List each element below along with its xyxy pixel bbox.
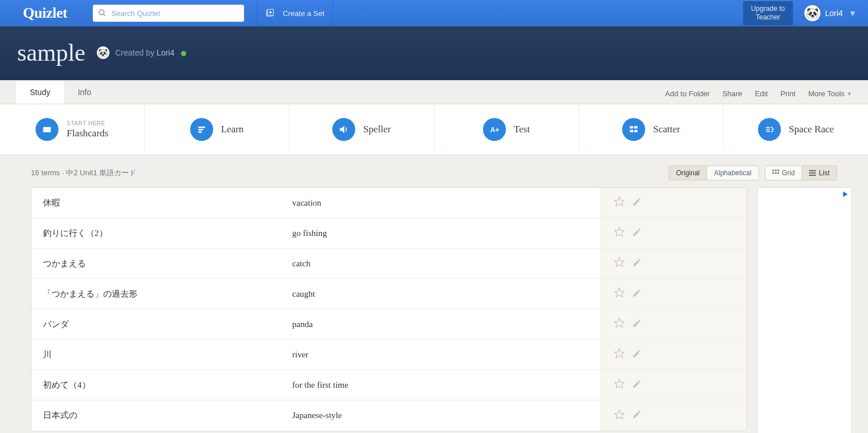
list-icon: [809, 170, 816, 176]
print-button[interactable]: Print: [780, 89, 796, 98]
star-icon[interactable]: [614, 226, 625, 240]
create-set-button[interactable]: Create a Set: [257, 0, 333, 26]
svg-point-0: [99, 10, 104, 15]
svg-marker-30: [615, 379, 625, 388]
edit-icon[interactable]: [632, 258, 642, 270]
svg-line-1: [104, 14, 105, 15]
upgrade-line1: Upgrade to: [751, 5, 785, 13]
chevron-down-icon: ▼: [849, 9, 857, 18]
term-row: つかまえる catch: [32, 249, 747, 279]
terms-meta: 16 terms · 中2 Unit1 単語カード: [31, 168, 136, 178]
tab-info[interactable]: Info: [64, 81, 105, 104]
sort-toggle: Original Alphabetical: [669, 166, 759, 180]
svg-rect-14: [634, 130, 638, 132]
mode-flashcards[interactable]: START HERE Flashcards: [0, 104, 145, 155]
term-text: 休暇: [32, 190, 281, 216]
star-icon[interactable]: [614, 378, 625, 392]
set-title: sample: [17, 39, 85, 66]
logo[interactable]: Quizlet: [23, 5, 67, 22]
svg-rect-11: [630, 126, 633, 128]
add-to-folder-button[interactable]: Add to Folder: [665, 89, 710, 98]
star-icon[interactable]: [614, 409, 625, 423]
edit-icon[interactable]: [632, 410, 642, 422]
view-list[interactable]: List: [802, 166, 836, 180]
svg-rect-8: [198, 129, 203, 131]
search-input[interactable]: [93, 5, 244, 22]
upgrade-line2: Teacher: [751, 13, 785, 22]
svg-marker-25: [615, 227, 625, 237]
ad-choices-icon[interactable]: [841, 190, 849, 200]
definition-text: catch: [281, 251, 600, 277]
online-indicator: [181, 51, 186, 56]
created-by: Created by Lori4: [115, 48, 186, 57]
svg-rect-6: [44, 127, 51, 132]
mode-space-race[interactable]: Space Race: [724, 104, 868, 155]
svg-marker-27: [615, 288, 625, 297]
svg-rect-21: [809, 170, 816, 171]
speller-icon: [332, 118, 355, 141]
user-menu[interactable]: 🐼 Lori4 ▼: [804, 5, 857, 21]
star-icon[interactable]: [614, 348, 625, 361]
mode-label: Learn: [221, 124, 244, 135]
svg-rect-20: [777, 172, 779, 174]
scatter-icon: [622, 118, 645, 141]
mode-label: Flashcards: [66, 128, 108, 139]
space-race-icon: [758, 118, 781, 141]
share-button[interactable]: Share: [722, 89, 743, 98]
create-set-label: Create a Set: [282, 9, 324, 18]
search-icon: [98, 9, 107, 19]
term-text: パンダ: [32, 311, 281, 338]
mode-label: Space Race: [789, 124, 834, 135]
term-text: 川: [32, 341, 281, 368]
mode-label: Test: [514, 124, 530, 135]
view-grid[interactable]: Grid: [765, 166, 803, 180]
mode-test[interactable]: A+ Test: [434, 104, 579, 155]
sort-alphabetical[interactable]: Alphabetical: [707, 166, 758, 180]
term-row: 「つかまえる」の過去形 caught: [32, 279, 747, 309]
edit-button[interactable]: Edit: [755, 89, 768, 98]
creator-avatar[interactable]: 🐼: [97, 46, 109, 59]
creator-link[interactable]: Lori4: [156, 48, 174, 57]
term-row: 初めて（4） for the first time: [32, 370, 747, 400]
mode-learn[interactable]: Learn: [145, 104, 290, 155]
term-row: 釣りに行く（2） go fishing: [32, 218, 747, 249]
star-icon[interactable]: [614, 287, 625, 301]
more-tools-button[interactable]: More Tools▼: [808, 89, 852, 98]
view-toggle: Grid List: [765, 166, 837, 180]
svg-rect-18: [772, 172, 774, 174]
mode-scatter[interactable]: Scatter: [579, 104, 724, 155]
svg-marker-28: [615, 318, 625, 328]
svg-rect-16: [775, 170, 776, 171]
mode-speller[interactable]: Speller: [289, 104, 434, 155]
edit-icon[interactable]: [632, 318, 642, 330]
svg-rect-15: [772, 170, 774, 171]
flashcards-icon: [36, 118, 58, 141]
edit-icon[interactable]: [632, 288, 642, 300]
chevron-down-icon: ▼: [847, 91, 852, 97]
start-here-label: START HERE: [66, 120, 108, 127]
term-text: 初めて（4）: [32, 372, 281, 399]
mode-label: Scatter: [653, 124, 680, 135]
term-text: つかまえる: [32, 250, 281, 277]
edit-icon[interactable]: [632, 197, 642, 209]
svg-rect-22: [809, 172, 816, 174]
term-text: 「つかまえる」の過去形: [32, 281, 281, 308]
term-text: 日本式の: [32, 402, 281, 429]
star-icon[interactable]: [614, 257, 625, 270]
upgrade-button[interactable]: Upgrade to Teacher: [743, 1, 793, 25]
definition-text: river: [281, 342, 600, 368]
svg-text:A+: A+: [490, 126, 499, 134]
star-icon[interactable]: [614, 196, 625, 210]
learn-icon: [190, 118, 213, 141]
tab-study[interactable]: Study: [16, 81, 64, 104]
edit-icon[interactable]: [632, 349, 642, 361]
edit-icon[interactable]: [632, 227, 642, 239]
ad-placeholder[interactable]: ≪公式≫ ロー: [757, 187, 852, 433]
sort-original[interactable]: Original: [669, 166, 707, 180]
edit-icon[interactable]: [632, 379, 642, 391]
svg-rect-9: [198, 131, 202, 133]
definition-text: Japanese-style: [281, 403, 600, 428]
svg-rect-19: [775, 172, 776, 174]
definition-text: for the first time: [281, 372, 600, 398]
star-icon[interactable]: [614, 317, 625, 331]
